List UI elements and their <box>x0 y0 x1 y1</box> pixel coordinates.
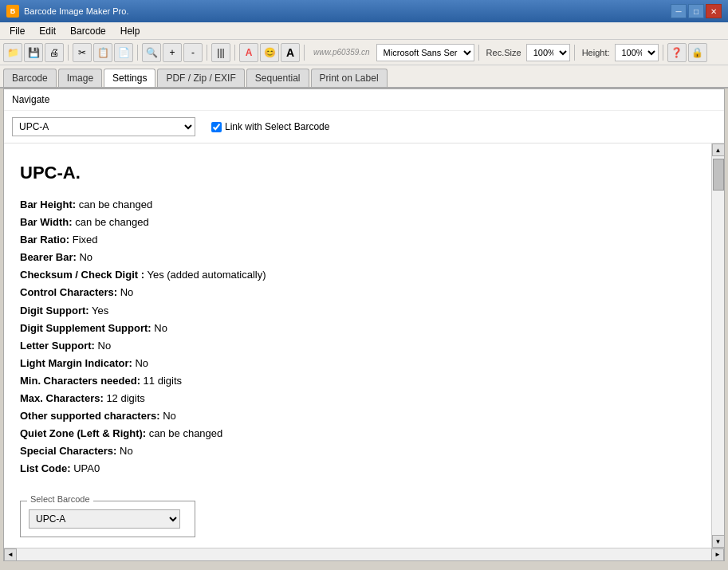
toolbar-sep-5 <box>304 45 305 61</box>
menu-barcode[interactable]: Barcode <box>64 24 112 38</box>
titlebar: B Barcode Image Maker Pro. ─ □ ✕ <box>0 0 728 22</box>
toolbar-sep-1 <box>68 45 69 61</box>
prop-checksum: Checksum / Check Digit : Yes (added auto… <box>20 266 695 284</box>
bottom-scroll-track[interactable] <box>17 548 711 561</box>
prop-max-chars: Max. Characters: 12 digits <box>20 390 695 407</box>
bottom-scrollbar: ◄ ► <box>4 548 724 560</box>
prop-light-margin: Light Margin Indicator: No <box>20 355 695 372</box>
toolbar-btn-search[interactable]: 🔍 <box>142 43 161 62</box>
prop-bar-width: Bar Width: can be changed <box>20 214 695 231</box>
toolbar-btn-emoji[interactable]: 😊 <box>260 43 279 62</box>
scroll-up-button[interactable]: ▲ <box>712 143 725 156</box>
prop-min-chars: Min. Characters needed: 11 digits <box>20 372 695 390</box>
scroll-thumb[interactable] <box>713 159 724 191</box>
toolbar-btn-6[interactable]: 📄 <box>114 43 133 62</box>
scroll-down-button[interactable]: ▼ <box>712 535 725 548</box>
scroll-right-button[interactable]: ► <box>711 548 724 561</box>
prop-digit-support: Digit Support: Yes <box>20 302 695 320</box>
app-icon: B <box>6 5 19 18</box>
toolbar-sep-7 <box>574 45 575 61</box>
tab-sequential[interactable]: Sequential <box>246 69 309 87</box>
barcode-type-dropdown[interactable]: UPC-A <box>12 117 195 136</box>
font-selector[interactable]: Microsoft Sans Ser <box>376 44 474 61</box>
toolbar-btn-help[interactable]: ❓ <box>667 43 687 62</box>
toolbar-btn-A2[interactable]: A <box>281 43 300 62</box>
titlebar-controls: ─ □ ✕ <box>671 4 722 18</box>
navigate-section: UPC-A Link with Select Barcode <box>4 111 724 143</box>
toolbar-btn-1[interactable]: 📁 <box>3 43 22 62</box>
tab-barcode[interactable]: Barcode <box>3 69 57 87</box>
toolbar-sep-3 <box>207 45 207 61</box>
watermark-text: www.p60359.cn <box>309 48 375 57</box>
property-list: Bar Height: can be changed Bar Width: ca… <box>20 196 695 478</box>
height-label: Height: <box>579 48 613 57</box>
height-selector[interactable]: 100% <box>615 44 659 61</box>
content-area: UPC-A. Bar Height: can be changed Bar Wi… <box>4 143 724 548</box>
barcode-select-dropdown[interactable]: UPC-A <box>29 509 180 529</box>
tab-pdf-zip-exif[interactable]: PDF / Zip / EXIF <box>157 69 244 87</box>
prop-letter-support: Letter Support: No <box>20 337 695 355</box>
prop-control-chars: Control Characters: No <box>20 284 695 301</box>
maximize-button[interactable]: □ <box>688 4 704 18</box>
toolbar-btn-barcode[interactable]: ||| <box>211 43 230 62</box>
toolbar-btn-zoom-in[interactable]: + <box>163 43 182 62</box>
toolbar-sep-2 <box>137 45 138 61</box>
menubar: File Edit Barcode Help <box>0 22 728 40</box>
minimize-button[interactable]: ─ <box>671 4 687 18</box>
prop-list-code: List Code: UPA0 <box>20 460 695 478</box>
select-barcode-wrapper: Select Barcode UPC-A <box>20 501 195 537</box>
toolbar-btn-5[interactable]: 📋 <box>93 43 112 62</box>
app-title: Barcode Image Maker Pro. <box>24 6 128 16</box>
toolbar-btn-3[interactable]: 🖨 <box>45 43 64 62</box>
toolbar-sep-6 <box>478 45 479 61</box>
rec-size-selector[interactable]: 100% <box>526 44 570 61</box>
link-barcode-text: Link with Select Barcode <box>225 121 329 132</box>
toolbar-btn-2[interactable]: 💾 <box>24 43 43 62</box>
toolbar: 📁 💾 🖨 ✂ 📋 📄 🔍 + - ||| A 😊 A www.p60359.c… <box>0 40 728 65</box>
select-barcode-legend: Select Barcode <box>27 494 93 504</box>
scroll-track[interactable] <box>712 156 725 535</box>
prop-bearer-bar: Bearer Bar: No <box>20 249 695 266</box>
menu-edit[interactable]: Edit <box>33 24 62 38</box>
prop-digit-supplement: Digit Supplement Support: No <box>20 320 695 337</box>
tab-settings[interactable]: Settings <box>104 69 155 87</box>
tabbar: Barcode Image Settings PDF / Zip / EXIF … <box>0 65 728 88</box>
link-barcode-checkbox[interactable] <box>211 122 222 132</box>
scroll-content: UPC-A. Bar Height: can be changed Bar Wi… <box>4 143 711 548</box>
rec-size-label: Rec.Size <box>483 48 525 57</box>
scroll-left-button[interactable]: ◄ <box>4 548 17 561</box>
titlebar-left: B Barcode Image Maker Pro. <box>6 5 128 18</box>
prop-bar-ratio: Bar Ratio: Fixed <box>20 231 695 249</box>
navigate-bar: Navigate <box>4 89 724 111</box>
vertical-scrollbar: ▲ ▼ <box>711 143 724 548</box>
prop-other-chars: Other supported characters: No <box>20 407 695 425</box>
upc-title: UPC-A. <box>20 163 695 183</box>
tab-image[interactable]: Image <box>58 69 102 87</box>
prop-quiet-zone: Quiet Zone (Left & Right): can be change… <box>20 425 695 442</box>
link-barcode-label: Link with Select Barcode <box>211 121 329 132</box>
toolbar-sep-8 <box>663 45 663 61</box>
toolbar-btn-A1[interactable]: A <box>239 43 258 62</box>
navigate-label: Navigate <box>12 94 49 105</box>
toolbar-sep-4 <box>234 45 235 61</box>
prop-special-chars: Special Characters: No <box>20 442 695 460</box>
toolbar-btn-zoom-out[interactable]: - <box>183 43 203 62</box>
select-barcode-section: Select Barcode UPC-A <box>20 494 695 537</box>
tab-print-on-label[interactable]: Print on Label <box>311 69 388 87</box>
toolbar-btn-lock[interactable]: 🔒 <box>688 43 707 62</box>
main-content: Navigate UPC-A Link with Select Barcode … <box>3 88 725 561</box>
menu-help[interactable]: Help <box>114 24 147 38</box>
toolbar-btn-4[interactable]: ✂ <box>73 43 92 62</box>
close-button[interactable]: ✕ <box>706 4 722 18</box>
prop-bar-height: Bar Height: can be changed <box>20 196 695 214</box>
menu-file[interactable]: File <box>3 24 31 38</box>
